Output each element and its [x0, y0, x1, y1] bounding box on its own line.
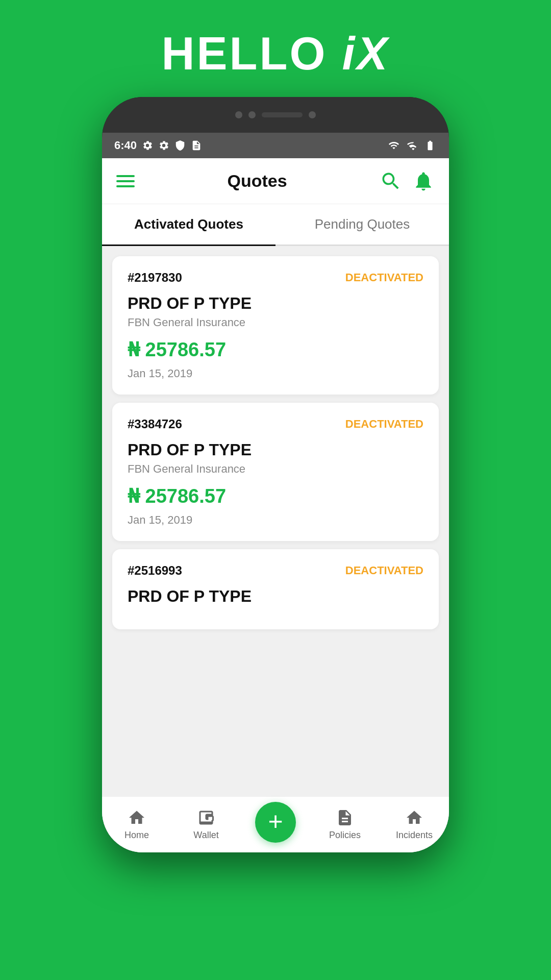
shield-icon — [174, 140, 186, 151]
quote-card-1-header: #2197830 DEACTIVATED — [128, 271, 423, 285]
nav-wallet[interactable]: Wallet — [171, 808, 241, 841]
notification-bell-icon[interactable] — [412, 170, 435, 192]
logo-area: HELLO iX — [0, 0, 551, 97]
phone-top-bar — [102, 97, 449, 133]
status-left: 6:40 — [114, 139, 202, 152]
bottom-nav: Home Wallet + Polic — [102, 796, 449, 852]
tab-pending-quotes[interactable]: Pending Quotes — [276, 204, 449, 246]
quote-amount-1: ₦ 25786.57 — [128, 338, 423, 361]
quote-id-3: #2516993 — [128, 564, 182, 578]
wifi-icon — [387, 140, 401, 151]
incidents-icon — [405, 808, 423, 827]
phone-frame: 6:40 Quo — [102, 97, 449, 852]
phone-sensors — [235, 111, 316, 118]
nav-home[interactable]: Home — [102, 808, 171, 841]
file-icon — [191, 140, 202, 151]
app-logo: HELLO iX — [0, 31, 551, 77]
hamburger-line-2 — [116, 180, 135, 182]
app-background: HELLO iX 6:40 — [0, 0, 551, 980]
hamburger-line-3 — [116, 185, 135, 187]
nav-policies[interactable]: Policies — [310, 808, 380, 841]
sensor-dot2 — [309, 111, 316, 118]
nav-policies-label: Policies — [329, 830, 361, 841]
quotes-list: #2197830 DEACTIVATED PRD OF P TYPE FBN G… — [102, 246, 449, 796]
quote-card-2[interactable]: #3384726 DEACTIVATED PRD OF P TYPE FBN G… — [112, 403, 439, 541]
quote-status-1: DEACTIVATED — [345, 271, 423, 284]
page-title: Quotes — [227, 171, 287, 191]
tab-activated-quotes[interactable]: Activated Quotes — [102, 204, 276, 246]
battery-icon — [423, 140, 437, 151]
logo-ix: iX — [342, 28, 389, 79]
quote-company-2: FBN General Insurance — [128, 462, 423, 476]
status-bar: 6:40 — [102, 133, 449, 158]
wallet-icon — [197, 808, 215, 827]
logo-main: HELLO — [161, 28, 342, 79]
policies-icon — [336, 808, 354, 827]
gear-icon-1 — [142, 140, 153, 151]
quote-card-2-header: #3384726 DEACTIVATED — [128, 417, 423, 431]
hamburger-menu-button[interactable] — [116, 175, 135, 187]
quote-company-1: FBN General Insurance — [128, 316, 423, 329]
home-icon — [128, 808, 146, 827]
quote-card-3-header: #2516993 DEACTIVATED — [128, 564, 423, 578]
nav-fab-button[interactable]: + — [255, 802, 296, 843]
app-screen: Quotes Activated Quotes Pending Quotes — [102, 158, 449, 852]
nav-wallet-label: Wallet — [193, 830, 218, 841]
nav-incidents[interactable]: Incidents — [380, 808, 449, 841]
sensor-speaker — [262, 112, 303, 117]
quote-type-2: PRD OF P TYPE — [128, 440, 423, 459]
status-time: 6:40 — [114, 139, 137, 152]
nav-home-label: Home — [124, 830, 149, 841]
gear-icon-2 — [158, 140, 169, 151]
signal-icon — [406, 140, 418, 151]
nav-incidents-label: Incidents — [396, 830, 433, 841]
sensor-dot1 — [248, 111, 256, 118]
quote-card-1[interactable]: #2197830 DEACTIVATED PRD OF P TYPE FBN G… — [112, 256, 439, 395]
quote-date-2: Jan 15, 2019 — [128, 513, 423, 527]
quote-type-1: PRD OF P TYPE — [128, 294, 423, 313]
sensor-camera — [235, 111, 242, 118]
quote-status-2: DEACTIVATED — [345, 418, 423, 431]
search-icon[interactable] — [380, 170, 402, 192]
hamburger-line-1 — [116, 175, 135, 177]
app-bar-actions — [380, 170, 435, 192]
quote-amount-2: ₦ 25786.57 — [128, 485, 423, 507]
app-bar: Quotes — [102, 158, 449, 204]
quote-type-3: PRD OF P TYPE — [128, 587, 423, 606]
plus-icon: + — [268, 808, 283, 834]
quote-status-3: DEACTIVATED — [345, 564, 423, 577]
quote-id-1: #2197830 — [128, 271, 182, 285]
status-right — [387, 140, 437, 151]
tabs-container: Activated Quotes Pending Quotes — [102, 204, 449, 246]
quote-date-1: Jan 15, 2019 — [128, 367, 423, 380]
nav-add[interactable]: + — [241, 802, 310, 848]
quote-card-3[interactable]: #2516993 DEACTIVATED PRD OF P TYPE — [112, 549, 439, 629]
quote-id-2: #3384726 — [128, 417, 182, 431]
